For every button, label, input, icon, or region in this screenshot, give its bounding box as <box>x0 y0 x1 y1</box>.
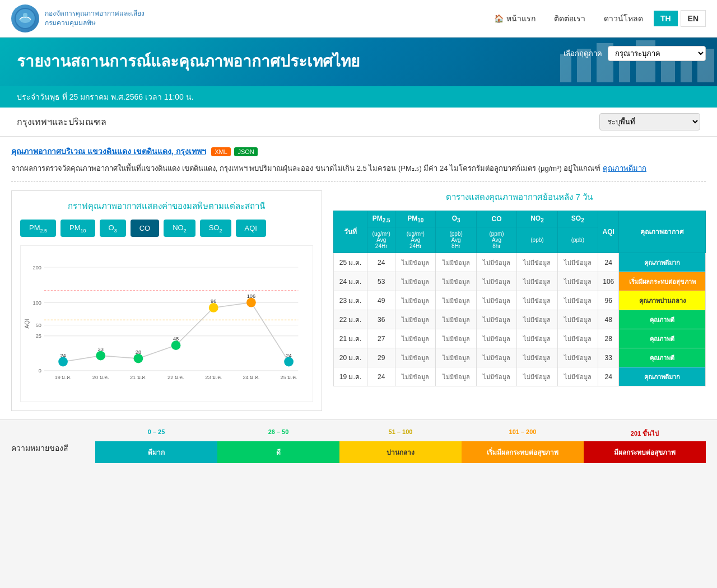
cell-co: ไม่มีข้อมูล <box>476 291 516 310</box>
chart-area: AQI 200 100 50 25 <box>20 245 313 402</box>
table-row: 23 ม.ค. 49 ไม่มีข้อมูล ไม่มีข้อมูล ไม่มี… <box>333 291 705 310</box>
region-dropdown[interactable]: กรุณาระบุภาค ภาคเหนือ ภาคกลาง ภาคใต้ ภาค… <box>608 46 706 61</box>
nav-download-link[interactable]: ดาวน์โหลด <box>596 9 651 28</box>
btn-pm25[interactable]: PM2.5 <box>20 220 56 237</box>
cell-date: 20 ม.ค. <box>333 348 367 367</box>
svg-text:33: 33 <box>98 347 104 352</box>
btn-co[interactable]: CO <box>131 220 160 237</box>
region-label: เลือกฤดูภาค <box>564 48 602 59</box>
cell-quality: เริ่มมีผลกระทบต่อสุขภาพ <box>619 272 706 291</box>
chart-section: กราฟคุณภาพอากาศแสดงค่าของมลพิษตามแต่ละสถ… <box>11 190 322 412</box>
cell-o3: ไม่มีข้อมูล <box>436 329 476 348</box>
cell-pm25: 53 <box>367 272 395 291</box>
logo-icon <box>11 4 39 32</box>
table-row: 21 ม.ค. 27 ไม่มีข้อมูล ไม่มีข้อมูล ไม่มี… <box>333 329 705 348</box>
th-co-sub: (ppm)Avg8hr <box>476 227 516 253</box>
svg-point-39 <box>246 298 256 307</box>
legend-teal: ดีมาก <box>95 441 217 463</box>
cell-no2: ไม่มีข้อมูล <box>517 272 557 291</box>
legend-yellow: ปานกลาง <box>339 441 462 463</box>
cell-o3: ไม่มีข้อมูล <box>436 291 476 310</box>
cell-date: 24 ม.ค. <box>333 272 367 291</box>
svg-text:25: 25 <box>36 334 41 339</box>
nav-home-link[interactable]: 🏠 หน้าแรก <box>486 9 543 28</box>
cell-o3: ไม่มีข้อมูล <box>436 310 476 329</box>
cell-so2: ไม่มีข้อมูล <box>557 367 598 386</box>
th-so2-sub: (ppb) <box>557 227 598 253</box>
legend-title: ความหมายของสี <box>11 442 78 454</box>
svg-text:25 ม.ค.: 25 ม.ค. <box>281 375 297 380</box>
region-title: กรุงเทพฯและปริมณฑล <box>17 115 106 129</box>
cell-quality: คุณภาพดี <box>619 348 706 367</box>
btn-pm10[interactable]: PM10 <box>60 220 95 237</box>
cell-pm10: ไม่มีข้อมูล <box>395 348 436 367</box>
th-no2-sub: (ppb) <box>517 227 557 253</box>
cell-aqi: 96 <box>598 291 619 310</box>
cell-no2: ไม่มีข้อมูล <box>517 348 557 367</box>
nav-links: 🏠 หน้าแรก ติดต่อเรา ดาวน์โหลด TH EN <box>486 9 706 28</box>
logo-area: กองจัดการคุณภาพอากาศและเสียง กรมควบคุมมล… <box>11 4 145 32</box>
station-link[interactable]: คุณภาพอากาศบริเวณ แขวงดินแดง เขตดินแดง, … <box>11 147 206 156</box>
xml-badge[interactable]: XML <box>211 147 231 156</box>
btn-o3[interactable]: O3 <box>100 220 126 237</box>
btn-so2[interactable]: SO2 <box>200 220 231 237</box>
cell-aqi: 106 <box>598 272 619 291</box>
logo-text: กองจัดการคุณภาพอากาศและเสียง กรมควบคุมมล… <box>45 9 145 28</box>
lang-en-button[interactable]: EN <box>681 10 706 27</box>
svg-text:20 ม.ค.: 20 ม.ค. <box>92 375 109 380</box>
cell-so2: ไม่มีข้อมูล <box>557 348 598 367</box>
cell-co: ไม่มีข้อมูล <box>476 310 516 329</box>
quality-link[interactable]: คุณภาพดีมาก <box>603 164 646 172</box>
svg-text:100: 100 <box>33 300 41 306</box>
chart-title: กราฟคุณภาพอากาศแสดงค่าของมลพิษตามแต่ละสถ… <box>20 199 313 213</box>
cell-so2: ไม่มีข้อมูล <box>557 272 598 291</box>
cell-pm25: 49 <box>367 291 395 310</box>
cell-so2: ไม่มีข้อมูล <box>557 310 598 329</box>
nav-contact-link[interactable]: ติดต่อเรา <box>546 9 593 28</box>
svg-point-42 <box>284 357 294 367</box>
cell-date: 19 ม.ค. <box>333 367 367 386</box>
legend-red: มีผลกระทบต่อสุขภาพ <box>584 441 706 463</box>
cell-co: ไม่มีข้อมูล <box>476 367 516 386</box>
area-dropdown[interactable]: ระบุพื้นที่ กรุงเทพมหานคร นนทบุรี ปทุมธา… <box>599 113 700 130</box>
lang-th-button[interactable]: TH <box>654 11 678 26</box>
table-row: 20 ม.ค. 29 ไม่มีข้อมูล ไม่มีข้อมูล ไม่มี… <box>333 348 705 367</box>
cell-o3: ไม่มีข้อมูล <box>436 367 476 386</box>
cell-pm10: ไม่มีข้อมูล <box>395 272 436 291</box>
btn-aqi[interactable]: AQI <box>236 220 266 237</box>
json-badge[interactable]: JSON <box>234 147 257 156</box>
th-no2: NO2 <box>517 211 557 227</box>
chart-buttons: PM2.5 PM10 O3 CO NO2 SO2 AQI <box>20 220 313 237</box>
cell-co: ไม่มีข้อมูล <box>476 253 516 272</box>
hero-section: รายงานสถานการณ์และคุณภาพอากาศประเทศไทย เ… <box>0 38 717 86</box>
cell-date: 23 ม.ค. <box>333 291 367 310</box>
cell-o3: ไม่มีข้อมูล <box>436 253 476 272</box>
cell-no2: ไม่มีข้อมูล <box>517 367 557 386</box>
svg-text:200: 200 <box>33 265 41 270</box>
header: กองจัดการคุณภาพอากาศและเสียง กรมควบคุมมล… <box>0 0 717 38</box>
legend-bars: ดีมาก ดี ปานกลาง เริ่มมีผลกระทบต่อสุขภาพ… <box>95 441 706 463</box>
cell-pm10: ไม่มีข้อมูล <box>395 253 436 272</box>
cell-o3: ไม่มีข้อมูล <box>436 272 476 291</box>
svg-text:28: 28 <box>136 349 141 355</box>
table-row: 25 ม.ค. 24 ไม่มีข้อมูล ไม่มีข้อมูล ไม่มี… <box>333 253 705 272</box>
cell-pm10: ไม่มีข้อมูล <box>395 367 436 386</box>
th-so2: SO2 <box>557 211 598 227</box>
svg-text:19 ม.ค.: 19 ม.ค. <box>55 375 72 380</box>
cell-date: 25 ม.ค. <box>333 253 367 272</box>
svg-text:24: 24 <box>60 353 66 358</box>
svg-text:96: 96 <box>211 298 216 304</box>
cell-aqi: 24 <box>598 367 619 386</box>
cell-aqi: 48 <box>598 310 619 329</box>
date-text: ประจำวันพุธ ที่ 25 มกราคม พ.ศ.2566 เวลา … <box>17 91 194 103</box>
svg-text:0: 0 <box>39 368 41 374</box>
btn-no2[interactable]: NO2 <box>164 220 195 237</box>
cell-pm10: ไม่มีข้อมูล <box>395 291 436 310</box>
legend-section: ความหมายของสี 0 – 25 26 – 50 51 – 100 10… <box>0 419 717 476</box>
table-row: 22 ม.ค. 36 ไม่มีข้อมูล ไม่มีข้อมูล ไม่มี… <box>333 310 705 329</box>
svg-text:23 ม.ค.: 23 ม.ค. <box>205 375 222 380</box>
th-aqi: AQI <box>598 211 619 253</box>
th-quality: คุณภาพอากาศ <box>619 211 706 253</box>
cell-pm25: 29 <box>367 348 395 367</box>
home-icon: 🏠 <box>494 14 504 23</box>
